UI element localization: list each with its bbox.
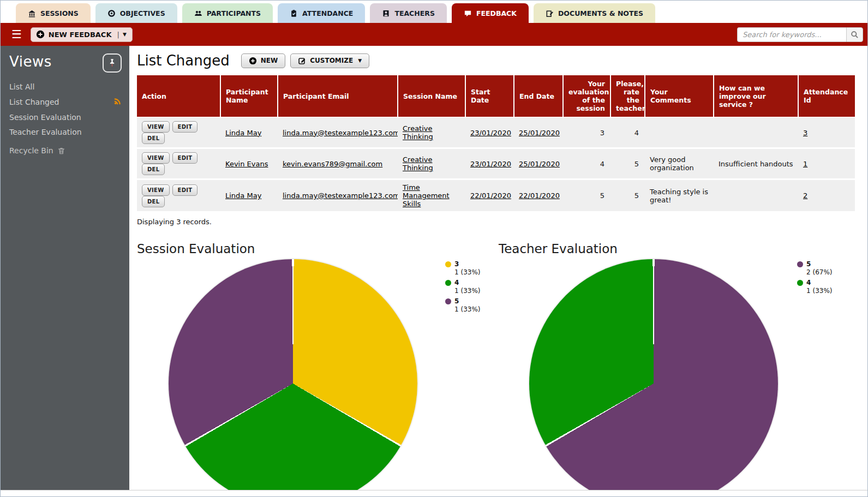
sidebar-item-label: Session Evaluation (9, 113, 81, 122)
tab-label: TEACHERS (394, 9, 435, 17)
delete-button[interactable]: DEL (142, 164, 165, 175)
body-row: Views List All List Changed Session Eval… (1, 46, 867, 490)
legend-entry: 5 1 (33%) (445, 297, 495, 313)
button-divider: | (117, 31, 119, 39)
view-button[interactable]: VIEW (142, 184, 170, 196)
session-name-link[interactable]: Time Management Skills (403, 183, 450, 208)
main-content: List Changed NEW CUSTOMIZE ▼ (129, 46, 867, 490)
participant-email-link[interactable]: linda.may@testexample123.com (283, 129, 398, 137)
session-evaluation-value: 3 (563, 117, 610, 148)
delete-button[interactable]: DEL (142, 196, 165, 207)
customize-button-label: CUSTOMIZE (310, 57, 353, 64)
start-date-link[interactable]: 23/01/2020 (470, 129, 511, 137)
target-icon (107, 9, 116, 17)
legend-count: 2 (67%) (806, 268, 847, 276)
teacher-rating-value: 5 (610, 179, 645, 212)
session-evaluation-value: 5 (563, 179, 610, 212)
table-row: VIEWEDITDEL Linda May linda.may@testexam… (137, 179, 855, 212)
legend-label: 3 (454, 260, 459, 268)
end-date-link[interactable]: 22/01/2020 (519, 191, 560, 200)
edit-button[interactable]: EDIT (172, 152, 198, 164)
note-pencil-icon (546, 9, 554, 17)
table-row: VIEWEDITDEL Linda May linda.may@testexam… (137, 117, 855, 148)
column-header-comments: Your Comments (645, 75, 714, 117)
legend-label: 5 (806, 260, 811, 268)
view-button[interactable]: VIEW (142, 121, 170, 133)
table-row: VIEWEDITDEL Kevin Evans kevin.evans789@g… (137, 148, 855, 179)
edit-button[interactable]: EDIT (172, 184, 198, 196)
sidebar-item-session-evaluation[interactable]: Session Evaluation (9, 111, 122, 124)
teacher-icon (382, 9, 390, 17)
view-button[interactable]: VIEW (142, 152, 170, 164)
end-date-link[interactable]: 25/01/2020 (519, 160, 560, 168)
new-record-button[interactable]: NEW (241, 53, 285, 68)
tab-teachers[interactable]: TEACHERS (370, 3, 447, 23)
pin-sidebar-button[interactable] (103, 53, 122, 73)
chevron-down-icon: ▼ (123, 32, 127, 37)
column-header-session-evaluation: Your evaluation of the session (563, 75, 610, 117)
improve-service-value (714, 117, 798, 148)
sidebar-item-recycle-bin[interactable]: Recycle Bin (9, 146, 122, 155)
teacher-evaluation-pie (529, 259, 778, 490)
tab-attendance[interactable]: ATTENDANCE (278, 3, 365, 23)
charts-section: Session Evaluation 3 1 (33%) 4 1 (33%) (137, 242, 854, 490)
tab-label: DOCUMENTS & NOTES (558, 9, 643, 17)
hamburger-menu-icon[interactable]: ☰ (11, 29, 22, 40)
search-input[interactable] (737, 27, 846, 42)
search-button[interactable] (846, 27, 863, 42)
session-evaluation-value: 4 (563, 148, 610, 179)
start-date-link[interactable]: 22/01/2020 (470, 191, 511, 200)
legend-entry: 5 2 (67%) (797, 260, 847, 276)
sidebar-item-teacher-evaluation[interactable]: Teacher Evaluation (9, 125, 122, 139)
chevron-down-icon: ▼ (358, 58, 362, 63)
legend-entry: 4 1 (33%) (445, 279, 495, 295)
column-header-attendance-id: Attendance Id (798, 75, 855, 117)
participant-name-link[interactable]: Kevin Evans (225, 160, 268, 168)
pushpin-icon (107, 58, 117, 68)
new-feedback-button[interactable]: NEW FEEDBACK | ▼ (31, 27, 133, 42)
comments-value: Teaching style is great! (645, 179, 714, 212)
tab-objectives[interactable]: OBJECTIVES (95, 3, 177, 23)
sidebar-item-list-all[interactable]: List All (9, 80, 122, 93)
edit-pencil-icon (298, 57, 306, 65)
rss-feed-icon[interactable] (113, 97, 122, 107)
session-evaluation-pie (169, 259, 417, 490)
column-header-end-date: End Date (514, 75, 563, 117)
session-name-link[interactable]: Creative Thinking (403, 124, 433, 141)
list-header: List Changed NEW CUSTOMIZE ▼ (137, 52, 854, 69)
trash-icon (57, 147, 65, 155)
participant-name-link[interactable]: Linda May (225, 129, 261, 137)
action-cell: VIEWEDITDEL (137, 179, 220, 212)
session-name-link[interactable]: Creative Thinking (403, 155, 433, 172)
legend-count: 1 (33%) (806, 287, 847, 295)
tab-documents-notes[interactable]: DOCUMENTS & NOTES (534, 3, 655, 23)
new-button-label: NEW (261, 57, 278, 64)
attendance-id-link[interactable]: 3 (803, 129, 807, 137)
legend-swatch (445, 298, 451, 304)
participant-name-link[interactable]: Linda May (225, 191, 261, 200)
plus-icon (36, 30, 45, 39)
improve-service-value (714, 179, 798, 212)
sidebar-item-label: Teacher Evaluation (9, 128, 82, 136)
legend-count: 1 (33%) (454, 287, 495, 295)
legend-label: 4 (806, 279, 811, 286)
edit-button[interactable]: EDIT (172, 121, 198, 133)
customize-button[interactable]: CUSTOMIZE ▼ (290, 53, 369, 68)
tab-participants[interactable]: PARTICIPANTS (182, 3, 273, 23)
tab-label: ATTENDANCE (302, 9, 353, 17)
attendance-id-link[interactable]: 1 (803, 160, 807, 168)
participant-email-link[interactable]: kevin.evans789@gmail.com (283, 160, 382, 168)
delete-button[interactable]: DEL (142, 133, 165, 144)
attendance-id-link[interactable]: 2 (803, 191, 807, 200)
page-title: List Changed (137, 52, 230, 69)
plus-icon (249, 57, 257, 65)
tab-feedback[interactable]: FEEDBACK (452, 3, 529, 23)
participant-email-link[interactable]: linda.may@testexample123.com (283, 191, 398, 200)
end-date-link[interactable]: 25/01/2020 (519, 129, 560, 137)
start-date-link[interactable]: 23/01/2020 (470, 160, 511, 168)
sidebar-item-list-changed[interactable]: List Changed (9, 95, 122, 109)
chart-legend: 3 1 (33%) 4 1 (33%) 5 1 (33%) (445, 260, 495, 490)
views-title: Views (9, 53, 52, 70)
teacher-rating-value: 4 (610, 117, 645, 148)
tab-sessions[interactable]: SESSIONS (16, 3, 91, 23)
